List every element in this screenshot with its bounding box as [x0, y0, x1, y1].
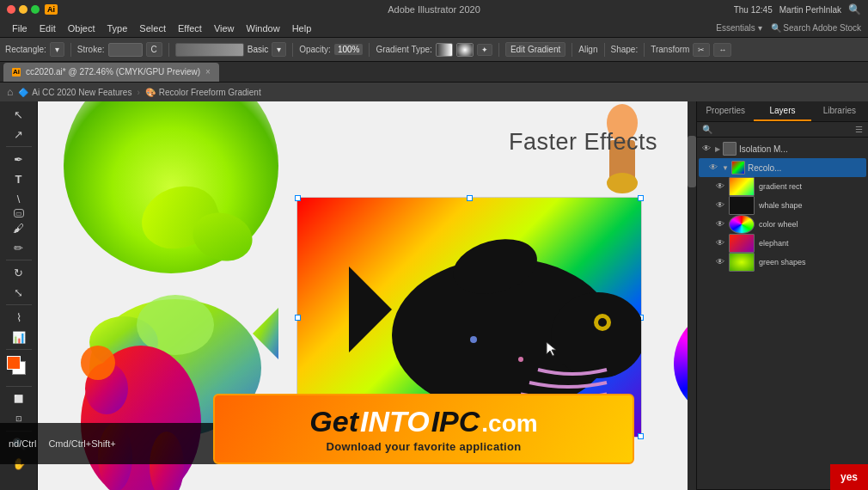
- close-button[interactable]: [7, 5, 15, 14]
- color-swatches[interactable]: [7, 356, 31, 380]
- recolor-icon: 🎨: [145, 88, 156, 97]
- svg-point-9: [598, 318, 607, 327]
- layer-row[interactable]: 👁 gradient rect: [699, 177, 866, 196]
- menu-help[interactable]: Help: [287, 21, 317, 35]
- stroke-color[interactable]: [108, 43, 143, 57]
- eye-icon[interactable]: 👁: [702, 144, 712, 154]
- foreground-color-swatch[interactable]: [7, 356, 21, 370]
- layer-row[interactable]: 👁 elephant: [699, 234, 866, 253]
- layer-name: gradient rect: [759, 182, 863, 191]
- ad-ipc: IPC: [431, 405, 480, 438]
- layers-search-icon[interactable]: 🔍: [702, 125, 853, 134]
- layer-row[interactable]: 👁 green shapes: [699, 253, 866, 272]
- rotate-tool[interactable]: ↻: [4, 263, 34, 282]
- gradient-linear-btn[interactable]: [436, 43, 453, 57]
- ad-tagline: Download your favorite application: [327, 440, 522, 453]
- tab-bar: Ai cc2020.ai* @ 272.46% (CMYK/GPU Previe…: [0, 62, 868, 83]
- warp-tool[interactable]: ⌇: [4, 308, 34, 327]
- edit-gradient-btn[interactable]: Edit Gradient: [505, 42, 565, 57]
- layer-row[interactable]: 👁 color wheel: [699, 215, 866, 234]
- eye-icon[interactable]: 👁: [716, 238, 726, 248]
- home-icon[interactable]: ⌂: [7, 86, 13, 98]
- titlebar-title: Adobe Illustrator 2020: [388, 4, 480, 15]
- layer-row[interactable]: 👁 whale shape: [699, 196, 866, 215]
- layers-menu-icon[interactable]: ☰: [855, 125, 863, 134]
- graph-tool[interactable]: 📊: [4, 328, 34, 346]
- separator5: [498, 43, 499, 57]
- v-scrollbar-thumb[interactable]: [688, 136, 696, 187]
- breadcrumb-ai-features[interactable]: 🔷 Ai CC 2020 New Features: [18, 88, 131, 97]
- style-preview[interactable]: [175, 43, 244, 57]
- stroke-label: Stroke:: [77, 45, 105, 54]
- direct-selection-tool[interactable]: ↗: [4, 125, 34, 144]
- minimize-button[interactable]: [19, 5, 28, 14]
- menu-object[interactable]: Object: [63, 21, 101, 35]
- titlebar-right: Thu 12:45 Martin Perhlnlak 🔍: [734, 3, 861, 15]
- yes-badge[interactable]: yes: [830, 464, 868, 490]
- vertical-scrollbar[interactable]: [688, 101, 696, 490]
- titlebar: Ai Adobe Illustrator 2020 Thu 12:45 Mart…: [0, 0, 868, 19]
- menu-select[interactable]: Select: [134, 21, 171, 35]
- gradient-freeform-btn[interactable]: ✦: [477, 44, 492, 56]
- kb-hint-1: nd/Ctrl: [9, 438, 36, 449]
- transform-arrange[interactable]: ↔: [713, 43, 731, 57]
- separator: [70, 43, 71, 57]
- normal-mode-btn[interactable]: ⬜: [4, 389, 34, 408]
- svg-point-19: [607, 173, 638, 193]
- ad-content: Get INTO IPC .com Download your favorite…: [309, 405, 537, 453]
- time-display: Thu 12:45: [734, 5, 773, 15]
- style-dropdown[interactable]: ▾: [272, 42, 286, 57]
- stock-search[interactable]: 🔍 Search Adobe Stock: [771, 23, 861, 33]
- opacity-value[interactable]: 100%: [334, 44, 364, 55]
- ad-banner[interactable]: Get INTO IPC .com Download your favorite…: [213, 394, 634, 464]
- type-tool[interactable]: T: [4, 169, 34, 188]
- search-icon[interactable]: 🔍: [848, 3, 861, 15]
- pencil-tool[interactable]: ✏: [4, 238, 34, 257]
- menu-file[interactable]: File: [7, 21, 33, 35]
- tab-libraries[interactable]: Libraries: [811, 101, 868, 121]
- titlebar-left: Ai: [7, 4, 58, 15]
- workspace-dropdown[interactable]: Essentials ▾: [716, 23, 761, 33]
- paintbrush-tool[interactable]: 🖌: [4, 218, 34, 237]
- scale-tool[interactable]: ⤡: [4, 283, 34, 302]
- shape-dropdown[interactable]: ▾: [50, 42, 64, 57]
- layer-row[interactable]: 👁 ▶ Isolation M...: [699, 139, 866, 158]
- gradient-radial-btn[interactable]: [456, 43, 474, 57]
- breadcrumb-recolor[interactable]: 🎨 Recolor Freeform Gradient: [145, 88, 261, 97]
- separator3: [292, 43, 293, 57]
- menu-view[interactable]: View: [209, 21, 240, 35]
- rect-tool[interactable]: ▭: [14, 209, 24, 217]
- doc-tab-icon: Ai: [12, 68, 21, 77]
- menu-effect[interactable]: Effect: [173, 21, 207, 35]
- transform-options[interactable]: ✂: [693, 43, 710, 57]
- tab-close-button[interactable]: ×: [205, 67, 211, 77]
- tab-properties[interactable]: Properties: [697, 101, 754, 121]
- layer-row[interactable]: 👁 ▼ Recolo...: [699, 158, 866, 177]
- eye-icon[interactable]: 👁: [716, 181, 726, 192]
- transform-label: Transform: [651, 45, 689, 54]
- doc-tab-name: cc2020.ai* @ 272.46% (CMYK/GPU Preview): [26, 67, 200, 77]
- menu-type[interactable]: Type: [102, 21, 133, 35]
- eye-icon[interactable]: 👁: [716, 200, 726, 211]
- traffic-lights[interactable]: [7, 5, 40, 14]
- layer-name: Recolo...: [748, 163, 863, 173]
- opacity-label: Opacity:: [299, 45, 331, 54]
- separator7: [604, 43, 605, 57]
- menu-window[interactable]: Window: [241, 21, 285, 35]
- eye-icon[interactable]: 👁: [716, 219, 726, 230]
- document-tab[interactable]: Ai cc2020.ai* @ 272.46% (CMYK/GPU Previe…: [3, 63, 219, 82]
- eye-icon[interactable]: 👁: [716, 257, 726, 267]
- menu-edit[interactable]: Edit: [34, 21, 61, 35]
- tab-layers[interactable]: Layers: [754, 101, 810, 121]
- line-tool[interactable]: \: [4, 189, 34, 208]
- pen-tool[interactable]: ✒: [4, 150, 34, 168]
- layer-name: Isolation M...: [739, 144, 863, 154]
- maximize-button[interactable]: [31, 5, 40, 14]
- layer-thumbnail-dark: [729, 196, 755, 215]
- svg-point-7: [551, 292, 641, 378]
- layer-name: green shapes: [759, 258, 863, 266]
- stroke-weight[interactable]: C: [146, 42, 162, 57]
- selection-tool[interactable]: ↖: [4, 105, 34, 124]
- ad-dot-com: .com: [481, 410, 537, 438]
- eye-icon[interactable]: 👁: [709, 162, 719, 173]
